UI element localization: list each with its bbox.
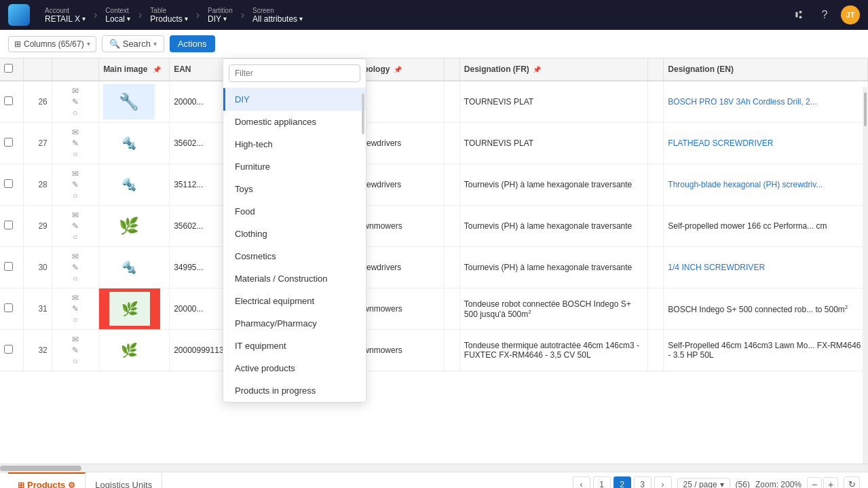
- checkbox-32[interactable]: [4, 345, 13, 354]
- dropdown-item-it[interactable]: IT equipment: [223, 335, 366, 357]
- select-all-checkbox[interactable]: [4, 64, 13, 73]
- search-button[interactable]: 🔍 Search ▾: [102, 35, 164, 52]
- nav-partition-label: Partition: [208, 7, 233, 14]
- checkbox-28[interactable]: [4, 179, 13, 188]
- more-icon-27[interactable]: ✎: [72, 138, 79, 148]
- edit-icon-32[interactable]: ✉: [72, 335, 79, 344]
- edit-icon-26[interactable]: ✉: [72, 86, 79, 96]
- table-vertical-scrollbar[interactable]: [863, 87, 868, 464]
- circle-icon-29[interactable]: ○: [73, 232, 77, 242]
- share-icon-button[interactable]: ⑆: [789, 5, 808, 24]
- nav-table-label: Table: [150, 7, 187, 14]
- table-wrapper[interactable]: Main image 📌 EAN Typology 📌: [0, 58, 868, 464]
- dropdown-item-cosmetics[interactable]: Cosmetics: [223, 245, 366, 267]
- nav-context[interactable]: Context Local ▾: [100, 5, 136, 25]
- tab-logistics-units[interactable]: Logistics Units: [86, 472, 162, 489]
- more-icon-31[interactable]: ✎: [72, 304, 79, 314]
- row-check-26[interactable]: [0, 81, 24, 123]
- edit-icon-29[interactable]: ✉: [72, 210, 79, 220]
- dropdown-item-materials[interactable]: Materials / Construction: [223, 267, 366, 290]
- checkbox-30[interactable]: [4, 262, 13, 271]
- nav-partition[interactable]: Partition DIY ▾: [202, 5, 238, 25]
- dropdown-item-diy[interactable]: DIY: [223, 88, 366, 111]
- prev-page-button[interactable]: ‹: [573, 476, 590, 489]
- dropdown-item-food[interactable]: Food: [223, 200, 366, 223]
- next-page-button[interactable]: ›: [654, 476, 672, 489]
- row-check-32[interactable]: [0, 330, 24, 371]
- per-page-label: 25 / page: [683, 480, 717, 489]
- more-icon-29[interactable]: ✎: [72, 221, 79, 231]
- more-icon-30[interactable]: ✎: [72, 263, 79, 272]
- actions-button[interactable]: Actions: [170, 35, 215, 52]
- row-check-28[interactable]: [0, 164, 24, 206]
- row-img-29: 🌿: [99, 206, 170, 247]
- row-check-29[interactable]: [0, 206, 24, 247]
- user-avatar[interactable]: JT: [841, 5, 860, 24]
- edit-icon-30[interactable]: ✉: [72, 252, 79, 261]
- row-check-27[interactable]: [0, 123, 24, 164]
- dropdown-item-domestic[interactable]: Domestic appliances: [223, 111, 366, 133]
- row-check-30[interactable]: [0, 247, 24, 288]
- nav-screen-label: Screen: [252, 7, 303, 14]
- zoom-in-button[interactable]: +: [823, 477, 838, 489]
- row-check-31[interactable]: [0, 288, 24, 330]
- dropdown-item-electrical[interactable]: Electrical equipment: [223, 290, 366, 312]
- more-icon-26[interactable]: ✎: [72, 97, 79, 107]
- horizontal-scroll-area[interactable]: [0, 464, 868, 472]
- dropdown-item-furniture[interactable]: Furniture: [223, 155, 366, 178]
- page-3-button[interactable]: 3: [634, 476, 652, 489]
- more-icon-28[interactable]: ✎: [72, 180, 79, 189]
- dropdown-list: DIY Domestic appliances High-tech Furnit…: [223, 88, 366, 402]
- nav-screen[interactable]: Screen All attributes ▾: [247, 5, 308, 25]
- dropdown-item-inprogress[interactable]: Products in progress: [223, 379, 366, 402]
- nav-screen-value: All attributes ▾: [252, 14, 303, 24]
- dropdown-item-toys[interactable]: Toys: [223, 178, 366, 200]
- nav-table[interactable]: Table Products ▾: [145, 5, 193, 25]
- tab-products[interactable]: ⊞ Products ⚙: [8, 472, 86, 489]
- circle-icon-30[interactable]: ○: [73, 274, 77, 283]
- checkbox-26[interactable]: [4, 96, 13, 105]
- header-desen[interactable]: Designation (EN): [664, 58, 868, 81]
- checkbox-27[interactable]: [4, 138, 13, 147]
- circle-icon-26[interactable]: ○: [73, 108, 77, 117]
- dropdown-item-active[interactable]: Active products: [223, 357, 366, 379]
- columns-dropdown-arrow: ▾: [87, 40, 90, 48]
- circle-icon-28[interactable]: ○: [73, 191, 77, 200]
- refresh-button[interactable]: ↻: [844, 476, 860, 489]
- checkbox-31[interactable]: [4, 303, 13, 312]
- circle-icon-31[interactable]: ○: [73, 315, 77, 324]
- row-num-32: 32: [24, 330, 52, 371]
- nav-context-value: Local ▾: [105, 14, 130, 24]
- header-main-image[interactable]: Main image 📌: [99, 58, 170, 81]
- table-row: 29 ✉ ✎ ○ 🌿 35602...: [0, 206, 868, 247]
- dropdown-item-hightech[interactable]: High-tech: [223, 133, 366, 155]
- zoom-out-button[interactable]: −: [807, 477, 822, 489]
- dropdown-filter-input[interactable]: [229, 64, 360, 82]
- header-actions: [52, 58, 98, 81]
- page-1-button[interactable]: 1: [593, 476, 611, 489]
- edit-icon-28[interactable]: ✉: [72, 169, 79, 179]
- dropdown-scrollbar[interactable]: [362, 94, 364, 134]
- desfr-pin-icon: 📌: [533, 66, 541, 73]
- app-logo[interactable]: [8, 4, 30, 26]
- edit-icon-27[interactable]: ✉: [72, 128, 79, 137]
- per-page-selector[interactable]: 25 / page ▾: [677, 478, 730, 489]
- row-actions-32: ✉ ✎ ○: [52, 330, 98, 371]
- header-check[interactable]: [0, 58, 24, 81]
- dropdown-item-pharmacy[interactable]: Pharmacy/Pharmacy: [223, 312, 366, 335]
- more-icon-32[interactable]: ✎: [72, 345, 79, 355]
- page-2-button[interactable]: 2: [614, 476, 631, 489]
- help-icon-button[interactable]: ?: [815, 5, 834, 24]
- nav-account[interactable]: Account RETAIL X ▾: [39, 5, 91, 25]
- dropdown-item-clothing[interactable]: Clothing: [223, 223, 366, 245]
- table-header-row: Main image 📌 EAN Typology 📌: [0, 58, 868, 81]
- circle-icon-27[interactable]: ○: [73, 149, 77, 159]
- row-typology-extra-32: [444, 330, 459, 371]
- products-table-container: Main image 📌 EAN Typology 📌: [0, 58, 868, 464]
- edit-icon-31[interactable]: ✉: [72, 293, 79, 303]
- per-page-arrow: ▾: [720, 480, 724, 489]
- columns-button[interactable]: ⊞ Columns (65/67) ▾: [8, 36, 96, 52]
- checkbox-29[interactable]: [4, 221, 13, 229]
- circle-icon-32[interactable]: ○: [73, 356, 77, 366]
- header-desfr[interactable]: Designation (FR) 📌: [459, 58, 647, 81]
